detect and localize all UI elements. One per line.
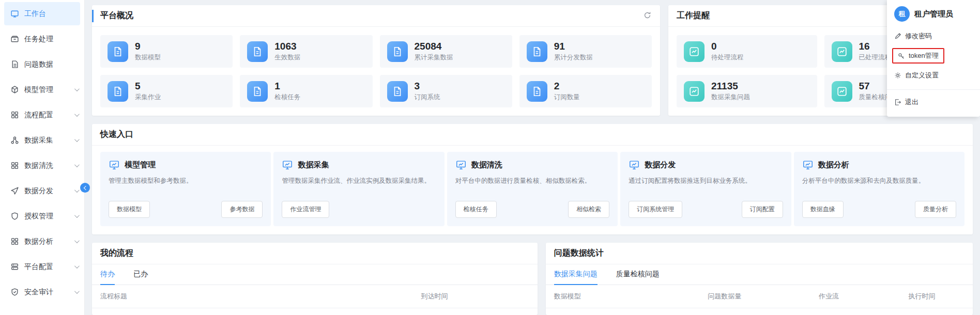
chevron-down-icon	[74, 112, 80, 117]
platform-overview-header: 平台概况	[92, 5, 660, 27]
tab-todo[interactable]: 待办	[100, 264, 115, 285]
chevron-down-icon	[74, 238, 80, 243]
stat-value: 16	[859, 41, 892, 52]
chevron-left-icon	[83, 185, 87, 190]
sidebar-item-label: 数据清洗	[24, 161, 53, 170]
chevron-down-icon	[74, 86, 80, 91]
stat-value: 2	[554, 81, 580, 92]
quality-analysis-button[interactable]: 质量分析	[915, 201, 956, 218]
quick-card-data-cleaning: 数据清洗 对平台中的数据进行质量检核、相似数据检索。 检核任务 相似检索	[447, 152, 618, 226]
panel-title: 问题数据统计	[554, 248, 604, 259]
user-name: 租户管理员	[914, 9, 953, 19]
grid-icon	[10, 237, 19, 246]
grid-icon	[10, 111, 19, 119]
jobflow-management-button[interactable]: 作业流管理	[282, 201, 329, 218]
subscription-config-button[interactable]: 订阅配置	[742, 201, 783, 218]
quick-card-title: 数据清洗	[471, 160, 502, 170]
avatar: 租	[894, 6, 910, 22]
document-icon	[108, 81, 128, 102]
stat-label: 检核任务	[274, 93, 300, 102]
sidebar: 工作台 任务处理 问题数据 模型管理 流程配置 数据采集 数据清洗	[0, 0, 85, 315]
sidebar-item-label: 授权管理	[24, 212, 53, 221]
sidebar-item-model-management[interactable]: 模型管理	[0, 77, 84, 102]
check-task-button[interactable]: 检核任务	[455, 201, 497, 218]
menu-item-logout[interactable]: 退出	[887, 93, 980, 112]
stat-value: 1	[274, 81, 300, 92]
sidebar-item-data-cleaning[interactable]: 数据清洗	[0, 153, 84, 178]
top-row: 平台概况 9数据模型 1063生效数据 25084累计采集数据	[92, 5, 973, 116]
tab-quality-issues[interactable]: 质量检核问题	[616, 264, 660, 285]
chevron-down-icon	[74, 263, 80, 269]
stat-card-collected-data: 25084累计采集数据	[380, 35, 512, 68]
column-jobflow: 作业流	[810, 285, 900, 308]
monitor-icon	[629, 159, 640, 170]
quick-card-desc: 管理数据采集作业流、作业流实例及数据采集结果。	[282, 176, 436, 186]
accent-bar	[92, 10, 94, 22]
stat-label: 累计分发数据	[554, 53, 593, 62]
subscription-system-button[interactable]: 订阅系统管理	[629, 201, 682, 218]
chevron-down-icon	[74, 213, 80, 218]
task-icon	[10, 35, 19, 43]
problem-stats-tabs: 数据采集问题 质量检核问题	[546, 264, 973, 285]
platform-overview-panel: 平台概况 9数据模型 1063生效数据 25084累计采集数据	[92, 5, 660, 116]
sidebar-item-label: 模型管理	[24, 85, 53, 94]
sidebar-item-data-distribution[interactable]: 数据分发	[0, 178, 84, 203]
sidebar-item-data-analysis[interactable]: 数据分析	[0, 229, 84, 254]
quick-card-desc: 对平台中的数据进行质量检核、相似数据检索。	[455, 176, 609, 186]
menu-item-label: 修改密码	[905, 32, 932, 41]
stat-card-collection-jobs: 5采集作业	[100, 75, 233, 107]
chart-icon	[832, 81, 852, 102]
menu-item-custom-settings[interactable]: 自定义设置	[887, 66, 980, 85]
sidebar-item-security-audit[interactable]: 安全审计	[0, 279, 84, 305]
my-process-table: 流程标题 到达时间	[92, 285, 538, 308]
column-process-title: 流程标题	[92, 285, 413, 308]
table-header-row: 数据模型 问题数据量 作业流 执行时间	[546, 285, 973, 308]
menu-item-token-management[interactable]: token管理	[887, 45, 980, 66]
table-header-row: 流程标题 到达时间	[92, 285, 538, 308]
data-model-button[interactable]: 数据模型	[109, 201, 150, 218]
similar-search-button[interactable]: 相似检索	[568, 201, 609, 218]
user-menu-dropdown: 租 租户管理员 修改密码 token管理 自定义设置 退出	[887, 0, 980, 117]
sidebar-item-platform-config[interactable]: 平台配置	[0, 254, 84, 279]
quick-card-title: 数据分发	[645, 160, 676, 170]
send-icon	[10, 186, 19, 195]
quick-entry-header: 快速入口	[92, 124, 973, 146]
sidebar-item-authorization[interactable]: 授权管理	[0, 203, 84, 229]
gear-icon	[894, 72, 901, 79]
sidebar-item-label: 任务处理	[24, 35, 53, 44]
quick-card-desc: 管理主数据模型和参考数据。	[109, 176, 263, 186]
user-info-row: 租 租户管理员	[887, 0, 980, 27]
reference-data-button[interactable]: 参考数据	[221, 201, 263, 218]
document-icon	[108, 41, 128, 62]
menu-divider	[887, 89, 980, 90]
logout-icon	[894, 99, 901, 106]
monitor-icon	[109, 159, 120, 170]
document-icon	[247, 41, 268, 62]
sidebar-item-problem-data[interactable]: 问题数据	[0, 52, 84, 77]
sidebar-item-workbench[interactable]: 工作台	[4, 2, 80, 25]
column-data-model: 数据模型	[546, 285, 699, 308]
column-arrival-time: 到达时间	[413, 285, 538, 308]
workbench-icon	[10, 9, 19, 18]
sidebar-item-label: 数据采集	[24, 136, 53, 145]
data-lineage-button[interactable]: 数据血缘	[802, 201, 844, 218]
sidebar-collapse-button[interactable]	[80, 183, 90, 193]
menu-item-change-password[interactable]: 修改密码	[887, 27, 980, 45]
column-issue-count: 问题数据量	[699, 285, 810, 308]
shield-icon	[10, 212, 19, 220]
chevron-down-icon	[74, 137, 80, 142]
overview-stats-grid: 9数据模型 1063生效数据 25084累计采集数据 91累计分发数据	[92, 27, 660, 116]
stat-label: 订阅系统	[415, 93, 440, 102]
quick-card-data-analysis: 数据分析 分析平台中的数据来源和去向及数据质量。 数据血缘 质量分析	[794, 152, 964, 226]
sidebar-item-process-config[interactable]: 流程配置	[0, 102, 84, 128]
sidebar-item-data-collection[interactable]: 数据采集	[0, 128, 84, 153]
sidebar-item-task-processing[interactable]: 任务处理	[0, 26, 84, 52]
panel-title: 工作提醒	[677, 10, 710, 21]
problem-stats-table: 数据模型 问题数据量 作业流 执行时间	[546, 285, 973, 308]
tab-collection-issues[interactable]: 数据采集问题	[554, 264, 598, 285]
tab-done[interactable]: 已办	[133, 264, 148, 285]
stat-label: 数据采集问题	[711, 93, 750, 102]
document-icon	[247, 81, 268, 102]
stat-card-distributed-data: 91累计分发数据	[519, 35, 652, 68]
refresh-icon[interactable]	[642, 11, 652, 21]
